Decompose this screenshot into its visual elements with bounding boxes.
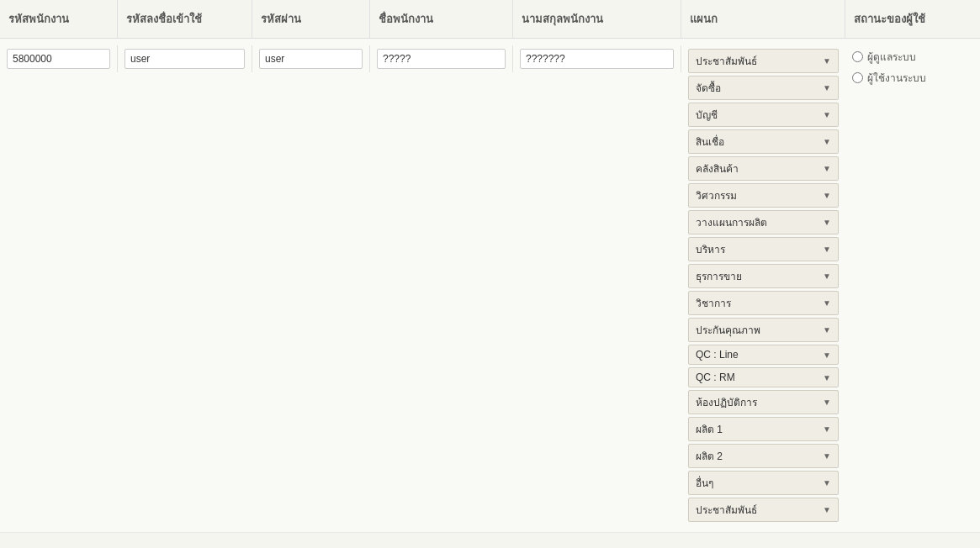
department-dropdown-10[interactable]: ประกันคุณภาพ▼ bbox=[688, 318, 839, 342]
department-dropdown-2[interactable]: บัญชี▼ bbox=[688, 103, 839, 127]
department-label-11: QC : Line bbox=[696, 349, 739, 361]
department-dropdown-5[interactable]: วิศวกรรม▼ bbox=[688, 183, 839, 208]
department-dropdown-0[interactable]: ประชาสัมพันธ์▼ bbox=[688, 49, 839, 73]
department-dropdown-9[interactable]: วิชาการ▼ bbox=[688, 291, 839, 315]
department-dropdown-15[interactable]: ผลิต 2▼ bbox=[688, 444, 839, 468]
department-label-1: จัดซื้อ bbox=[696, 80, 721, 96]
department-dropdown-4[interactable]: คลังสินค้า▼ bbox=[688, 156, 839, 181]
department-label-4: คลังสินค้า bbox=[696, 161, 739, 177]
department-label-10: ประกันคุณภาพ bbox=[696, 322, 760, 338]
dropdown-arrow-10: ▼ bbox=[823, 325, 831, 335]
dropdown-arrow-14: ▼ bbox=[823, 424, 831, 434]
dropdown-arrow-2: ▼ bbox=[823, 110, 831, 119]
lastname-input[interactable] bbox=[520, 49, 674, 69]
department-dropdown-14[interactable]: ผลิต 1▼ bbox=[688, 417, 839, 441]
department-dropdown-11[interactable]: QC : Line▼ bbox=[688, 345, 839, 365]
department-dropdown-7[interactable]: บริหาร▼ bbox=[688, 237, 839, 261]
dropdown-arrow-17: ▼ bbox=[823, 505, 831, 514]
department-dropdown-6[interactable]: วางแผนการผลิต▼ bbox=[688, 210, 839, 234]
department-label-15: ผลิต 2 bbox=[696, 448, 723, 464]
password-input[interactable] bbox=[259, 49, 363, 69]
department-label-6: วางแผนการผลิต bbox=[696, 214, 767, 230]
dropdown-arrow-9: ▼ bbox=[823, 298, 831, 308]
department-label-2: บัญชี bbox=[696, 107, 718, 123]
dropdown-arrow-3: ▼ bbox=[823, 137, 831, 146]
department-label-0: ประชาสัมพันธ์ bbox=[696, 53, 757, 69]
dropdown-arrow-1: ▼ bbox=[823, 83, 831, 92]
department-label-17: ประชาสัมพันธ์ bbox=[696, 502, 757, 518]
department-label-14: ผลิต 1 bbox=[696, 421, 723, 437]
department-label-7: บริหาร bbox=[696, 241, 725, 257]
department-dropdown-13[interactable]: ห้องปฏิบัติการ▼ bbox=[688, 390, 839, 414]
header-username: รหัสลงชื่อเข้าใช้ bbox=[118, 0, 252, 38]
table-wrapper: รหัสพนักงาน รหัสลงชื่อเข้าใช้ รหัสผ่าน ช… bbox=[0, 0, 980, 533]
dropdown-arrow-16: ▼ bbox=[823, 478, 831, 487]
cell-department: ประชาสัมพันธ์▼จัดซื้อ▼บัญชี▼สินเชื่อ▼คลั… bbox=[681, 45, 845, 525]
radio-user-label: ผู้ใช้งานระบบ bbox=[867, 70, 926, 86]
department-label-8: ธุรการขาย bbox=[696, 268, 742, 284]
dropdown-arrow-7: ▼ bbox=[823, 245, 831, 254]
cell-user-status: ผู้ดูแลระบบ ผู้ใช้งานระบบ bbox=[845, 45, 980, 89]
header-employee-id: รหัสพนักงาน bbox=[0, 0, 118, 38]
header-row: รหัสพนักงาน รหัสลงชื่อเข้าใช้ รหัสผ่าน ช… bbox=[0, 0, 980, 39]
department-label-16: อื่นๆ bbox=[696, 475, 713, 491]
dropdown-arrow-11: ▼ bbox=[823, 350, 831, 360]
dropdown-arrow-8: ▼ bbox=[823, 271, 831, 281]
department-label-5: วิศวกรรม bbox=[696, 187, 737, 203]
cell-password bbox=[252, 45, 370, 72]
dropdown-arrow-5: ▼ bbox=[823, 191, 831, 200]
header-firstname: ชื่อพนักงาน bbox=[370, 0, 513, 38]
dropdown-arrow-4: ▼ bbox=[823, 164, 831, 173]
dropdown-arrow-15: ▼ bbox=[823, 451, 831, 461]
employee-id-input[interactable] bbox=[7, 49, 110, 69]
page-container: รหัสพนักงาน รหัสลงชื่อเข้าใช้ รหัสผ่าน ช… bbox=[0, 0, 980, 548]
header-lastname: นามสกุลพนักงาน bbox=[513, 0, 681, 38]
header-status: สถานะของผู้ใช้ bbox=[845, 0, 980, 38]
dropdown-arrow-0: ▼ bbox=[823, 56, 831, 66]
cell-username bbox=[118, 45, 252, 72]
department-dropdown-17[interactable]: ประชาสัมพันธ์▼ bbox=[688, 498, 839, 522]
department-label-3: สินเชื่อ bbox=[696, 134, 724, 150]
table-row: ประชาสัมพันธ์▼จัดซื้อ▼บัญชี▼สินเชื่อ▼คลั… bbox=[0, 39, 980, 533]
radio-user-option[interactable]: ผู้ใช้งานระบบ bbox=[852, 70, 973, 86]
cell-firstname bbox=[370, 45, 513, 72]
department-dropdown-12[interactable]: QC : RM▼ bbox=[688, 367, 839, 387]
department-dropdown-3[interactable]: สินเชื่อ▼ bbox=[688, 129, 839, 154]
dropdown-arrow-12: ▼ bbox=[823, 373, 831, 382]
radio-admin-input[interactable] bbox=[852, 51, 863, 62]
firstname-input[interactable] bbox=[377, 49, 506, 69]
department-label-13: ห้องปฏิบัติการ bbox=[696, 394, 757, 410]
cell-employee-id bbox=[0, 45, 118, 72]
dropdown-arrow-6: ▼ bbox=[823, 218, 831, 227]
cell-lastname bbox=[513, 45, 681, 72]
department-dropdown-8[interactable]: ธุรการขาย▼ bbox=[688, 264, 839, 288]
dropdown-arrow-13: ▼ bbox=[823, 398, 831, 407]
header-password: รหัสผ่าน bbox=[252, 0, 370, 38]
radio-admin-label: ผู้ดูแลระบบ bbox=[867, 49, 916, 65]
username-input[interactable] bbox=[124, 49, 245, 69]
radio-admin-option[interactable]: ผู้ดูแลระบบ bbox=[852, 49, 973, 65]
header-department: แผนก bbox=[681, 0, 845, 38]
department-label-9: วิชาการ bbox=[696, 295, 731, 311]
department-dropdown-16[interactable]: อื่นๆ▼ bbox=[688, 471, 839, 495]
department-dropdown-1[interactable]: จัดซื้อ▼ bbox=[688, 76, 839, 100]
department-label-12: QC : RM bbox=[696, 371, 735, 383]
radio-user-input[interactable] bbox=[852, 72, 863, 83]
